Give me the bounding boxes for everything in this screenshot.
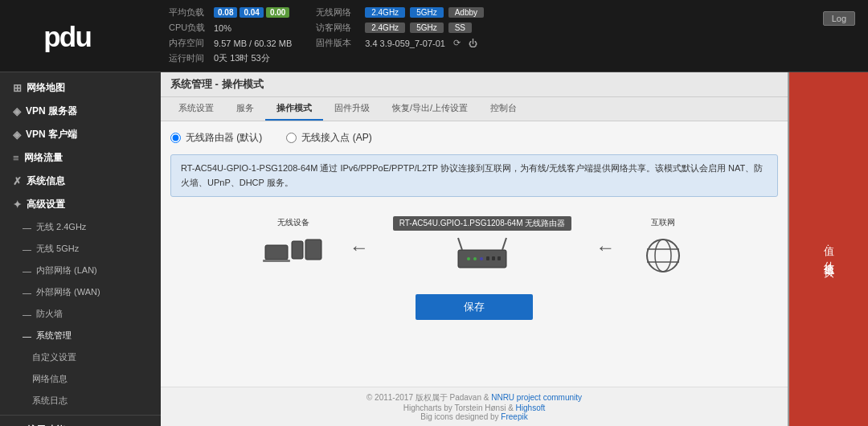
sidebar-item-wireless-5[interactable]: — 无线 5GHz [0,238,161,260]
content-header: 系统管理 - 操作模式 [161,72,788,97]
footer-link-freepik[interactable]: Freepik [501,412,527,421]
footer-link-nnru[interactable]: NNRU project community [491,393,582,402]
guest-ss-btn[interactable]: SS [448,23,472,33]
mem-value: 9.57 MB / 60.32 MB [214,39,292,48]
content-body: 无线路由器 (默认) 无线接入点 (AP) RT-AC54U-GPIO-1-PS… [161,121,788,387]
svg-rect-4 [305,240,321,260]
footer-line1: © 2011-2017 版权属于 Padavan & NNRU project … [166,392,783,403]
arrow-right: ← [596,236,615,259]
sidebar-item-firewall[interactable]: — 防火墙 [0,303,161,325]
sidebar-label-advanced: 高级设置 [27,198,65,211]
firmware-value: 3.4 3.9-059_7-07-01 [365,39,445,48]
sidebar-item-sysadmin[interactable]: — 系统管理 [0,325,161,346]
cpu-label: CPU负载 [169,22,209,34]
wireless-devices-label: 无线设备 [277,217,309,228]
sidebar-item-custom[interactable]: 自定义设置 [0,346,161,368]
svg-rect-2 [263,260,290,262]
info-box: RT-AC54U-GPIO-1-PSG1208-64M 通过 IPv6/PPPo… [170,154,778,197]
radio-wireless-router-input[interactable] [170,133,181,143]
sidebar-label-lan: 内部网络 (LAN) [36,264,97,276]
stats-left: 平均负载 0.08 0.04 0.00 CPU负载 10% 内存空间 9.57 … [169,6,292,65]
sidebar-item-advanced[interactable]: ✦ 高级设置 [0,193,161,216]
sidebar-item-vpn-server[interactable]: ◈ VPN 服务器 [0,100,161,123]
radio-ap[interactable]: 无线接入点 (AP) [286,131,371,145]
sidebar-label-wireless-24: 无线 2.4GHz [36,221,86,233]
power-icon[interactable]: ⏻ [469,39,477,48]
dash-icon-6: — [23,331,31,341]
mem-row: 内存空间 9.57 MB / 60.32 MB [169,37,292,49]
sidebar-item-wan[interactable]: — 外部网络 (WAN) [0,281,161,303]
tab-system-settings[interactable]: 系统设置 [167,97,225,121]
dash-icon-1: — [23,223,31,232]
tab-restore[interactable]: 恢复/导出/上传设置 [381,97,479,121]
svg-rect-13 [497,256,501,260]
guest-5ghz-btn[interactable]: 5GHz [410,23,444,33]
tab-bar: 系统设置 服务 操作模式 固件升级 恢复/导出/上传设置 控制台 [161,97,788,121]
main-layout: ⊞ 网络地图 ◈ VPN 服务器 ◈ VPN 客户端 ≡ 网络流量 ✗ 系统信息… [0,72,868,426]
firmware-row: 固件版本 3.4 3.9-059_7-07-01 ⟳ ⏻ [316,37,484,49]
traffic-icon: ≡ [13,152,19,164]
dash-icon-4: — [23,288,31,297]
sidebar-item-netinfo[interactable]: 网络信息 [0,368,161,390]
right-banner[interactable]: 值 · 什么值得买 [788,72,868,426]
sidebar-item-lan[interactable]: — 内部网络 (LAN) [0,260,161,281]
svg-rect-1 [265,245,288,260]
sidebar-item-wireless-24[interactable]: — 无线 2.4GHz [0,216,161,238]
wireless-area: 无线网络 2.4GHz 5GHz Adbby 访客网络 2.4GHz 5GHz … [316,6,484,65]
wireless-network-row: 无线网络 2.4GHz 5GHz Adbby [316,6,484,18]
log-button[interactable]: Log [823,11,855,26]
content-area: 系统管理 - 操作模式 系统设置 服务 操作模式 固件升级 恢复/导出/上传设置… [161,72,788,426]
dash-icon-3: — [23,266,31,276]
sidebar-item-network-map[interactable]: ⊞ 网络地图 [0,76,161,100]
badge-2: 0.00 [266,7,289,18]
svg-point-9 [473,257,477,260]
sidebar-item-traffic[interactable]: ≡ 网络流量 [0,146,161,170]
advanced-icon: ✦ [13,199,22,211]
footer-link-highsoft[interactable]: Highsoft [516,403,546,412]
radio-wireless-router[interactable]: 无线路由器 (默认) [170,131,262,145]
svg-point-14 [647,240,679,272]
uptime-label: 运行时间 [169,52,209,64]
radio-ap-input[interactable] [286,133,297,143]
wireless-devices-box: 无线设备 [261,217,326,277]
mem-label: 内存空间 [169,37,209,49]
sidebar: ⊞ 网络地图 ◈ VPN 服务器 ◈ VPN 客户端 ≡ 网络流量 ✗ 系统信息… [0,72,161,426]
badge-0: 0.08 [214,7,237,18]
tab-operation-mode[interactable]: 操作模式 [265,97,323,121]
sidebar-item-vpn-client[interactable]: ◈ VPN 客户端 [0,123,161,146]
wireless-devices-icon [261,233,326,277]
radio-ap-label: 无线接入点 (AP) [301,131,371,145]
svg-line-7 [502,238,506,250]
tab-console[interactable]: 控制台 [479,97,528,121]
tab-firmware[interactable]: 固件升级 [323,97,381,121]
footer: © 2011-2017 版权属于 Padavan & NNRU project … [161,387,788,426]
sidebar-item-sysinfo[interactable]: ✗ 系统信息 [0,170,161,193]
internet-icon [639,233,687,277]
sidebar-item-extensions[interactable]: ⊞ 扩展功能 [0,419,161,426]
router-label: RT-AC54U.GPIO-1.PSG1208-64M 无线路由器 [393,216,572,231]
footer-line2: Highcharts by Torstein Hønsi & Highsoft [166,403,783,412]
wireless-5ghz-btn[interactable]: 5GHz [410,7,444,18]
info-text: RT-AC54U-GPIO-1-PSG1208-64M 通过 IPv6/PPPo… [181,163,763,187]
sidebar-item-syslog[interactable]: 系统日志 [0,390,161,412]
save-button[interactable]: 保存 [416,294,533,320]
tab-services[interactable]: 服务 [225,97,265,121]
avg-load-row: 平均负载 0.08 0.04 0.00 [169,6,292,18]
wireless-adbby-btn[interactable]: Adbby [448,7,484,18]
avg-load-label: 平均负载 [169,6,209,18]
uptime-row: 运行时间 0天 13时 53分 [169,52,292,64]
radio-wireless-router-label: 无线路由器 (默认) [186,131,262,145]
vpn-server-icon: ◈ [13,105,21,117]
sidebar-label-vpn-server: VPN 服务器 [26,104,77,118]
dash-icon-5: — [23,309,31,319]
internet-box: 互联网 [639,217,687,277]
internet-label: 互联网 [651,217,675,228]
router-box: RT-AC54U.GPIO-1.PSG1208-64M 无线路由器 [393,216,572,278]
sidebar-label-netinfo: 网络信息 [32,373,68,385]
wireless-network-label: 无线网络 [316,6,360,18]
guest-network-row: 访客网络 2.4GHz 5GHz SS [316,22,484,34]
refresh-icon[interactable]: ⟳ [453,38,461,48]
badge-1: 0.04 [240,7,263,18]
wireless-24ghz-btn[interactable]: 2.4GHz [365,7,405,18]
guest-24ghz-btn[interactable]: 2.4GHz [365,23,405,33]
